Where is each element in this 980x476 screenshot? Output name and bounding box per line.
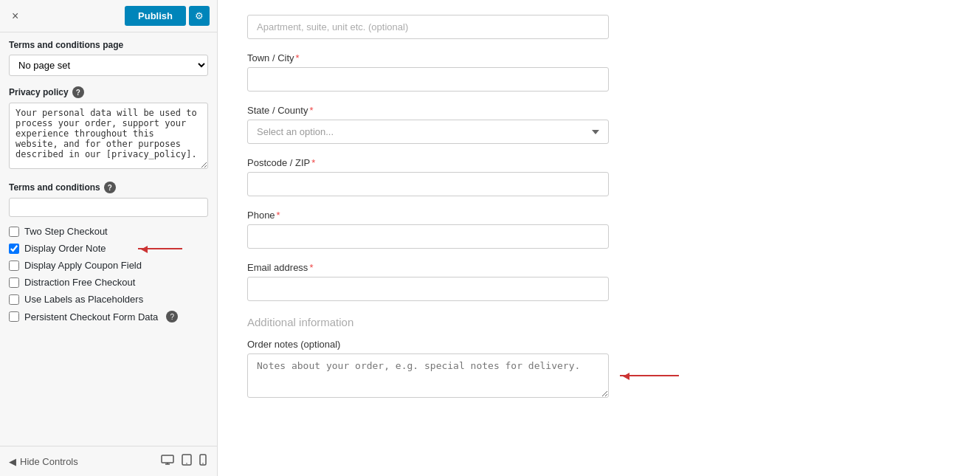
publish-button[interactable]: Publish <box>125 6 186 26</box>
privacy-policy-help-icon[interactable]: ? <box>72 86 84 98</box>
view-icons-group <box>159 452 208 470</box>
hide-controls-button[interactable]: ◀ Hide Controls <box>9 456 78 467</box>
state-county-required: * <box>309 105 313 116</box>
tablet-view-button[interactable] <box>180 452 193 470</box>
use-labels-label[interactable]: Use Labels as Placeholders <box>24 294 143 305</box>
checkbox-row-display-order-note: Display Order Note <box>9 243 208 254</box>
privacy-policy-textarea[interactable]: Your personal data will be used to proce… <box>9 103 208 169</box>
terms-conditions-help-icon[interactable]: ? <box>104 182 116 193</box>
desktop-view-button[interactable] <box>159 453 176 469</box>
town-city-input[interactable] <box>247 67 609 92</box>
privacy-policy-section-label: Privacy policy ? <box>9 86 208 98</box>
mobile-view-button[interactable] <box>198 452 208 470</box>
display-order-note-checkbox[interactable] <box>9 244 19 254</box>
main-content: Town / City* State / County* Select an o… <box>218 0 980 476</box>
display-apply-coupon-checkbox[interactable] <box>9 261 19 271</box>
town-city-label: Town / City* <box>247 52 950 63</box>
sidebar-content: Terms and conditions page No page set Pr… <box>0 32 217 446</box>
two-step-checkbox[interactable] <box>9 227 19 237</box>
persistent-checkout-checkbox[interactable] <box>9 311 19 322</box>
checkbox-row-two-step: Two Step Checkout <box>9 226 208 237</box>
phone-input[interactable] <box>247 224 609 249</box>
persistent-checkout-help-icon[interactable]: ? <box>166 311 178 322</box>
state-county-field: State / County* Select an option... <box>247 105 950 144</box>
checkbox-row-persistent-checkout: Persistent Checkout Form Data ? <box>9 311 208 322</box>
email-label: Email address* <box>247 262 950 273</box>
two-step-label[interactable]: Two Step Checkout <box>24 226 108 237</box>
svg-point-4 <box>186 463 187 464</box>
order-notes-arrow <box>620 375 679 376</box>
order-notes-wrap <box>247 353 609 398</box>
terms-page-section-label: Terms and conditions page <box>9 40 208 50</box>
terms-page-dropdown-wrap: No page set <box>9 55 208 76</box>
additional-info-heading: Additional information <box>247 316 950 328</box>
checkbox-row-distraction-free: Distraction Free Checkout <box>9 277 208 288</box>
order-notes-field: Order notes (optional) <box>247 339 950 398</box>
terms-page-select[interactable]: No page set <box>9 55 208 76</box>
phone-field: Phone* <box>247 210 950 249</box>
checkbox-row-use-labels: Use Labels as Placeholders <box>9 294 208 305</box>
display-order-note-label[interactable]: Display Order Note <box>24 243 106 254</box>
phone-required: * <box>277 210 280 221</box>
display-apply-coupon-label[interactable]: Display Apply Coupon Field <box>24 260 142 271</box>
svg-rect-0 <box>162 455 173 463</box>
town-city-field: Town / City* <box>247 52 950 92</box>
order-notes-textarea[interactable] <box>247 353 609 398</box>
sidebar: × Publish ⚙ Terms and conditions page No… <box>0 0 218 476</box>
use-labels-checkbox[interactable] <box>9 294 19 305</box>
state-county-select[interactable]: Select an option... <box>247 120 609 144</box>
close-button[interactable]: × <box>7 8 23 24</box>
hide-controls-label: Hide Controls <box>20 456 78 467</box>
gear-button[interactable]: ⚙ <box>189 6 210 26</box>
address-line2-input[interactable] <box>247 15 609 39</box>
postcode-required: * <box>311 157 315 168</box>
sidebar-header: × Publish ⚙ <box>0 0 217 32</box>
distraction-free-checkbox[interactable] <box>9 277 19 288</box>
order-notes-label: Order notes (optional) <box>247 339 950 350</box>
svg-point-6 <box>202 463 204 464</box>
town-city-required: * <box>296 52 300 63</box>
address-line2-field <box>247 15 950 39</box>
persistent-checkout-label[interactable]: Persistent Checkout Form Data <box>24 311 158 322</box>
terms-conditions-section-label: Terms and conditions ? <box>9 182 208 193</box>
checkbox-row-display-apply-coupon: Display Apply Coupon Field <box>9 260 208 271</box>
postcode-label: Postcode / ZIP* <box>247 157 950 168</box>
distraction-free-label[interactable]: Distraction Free Checkout <box>24 277 135 288</box>
phone-label: Phone* <box>247 210 950 221</box>
postcode-field: Postcode / ZIP* <box>247 157 950 196</box>
email-required: * <box>309 262 313 273</box>
chevron-left-icon: ◀ <box>9 456 16 467</box>
terms-conditions-input[interactable]: I have read and agree to the website [te… <box>9 198 208 217</box>
order-note-arrow <box>138 248 182 249</box>
postcode-input[interactable] <box>247 172 609 196</box>
state-county-label: State / County* <box>247 105 950 116</box>
email-input[interactable]: rishabhm@bsf.io <box>247 277 609 301</box>
sidebar-footer: ◀ Hide Controls <box>0 446 217 476</box>
email-field: Email address* rishabhm@bsf.io <box>247 262 950 301</box>
